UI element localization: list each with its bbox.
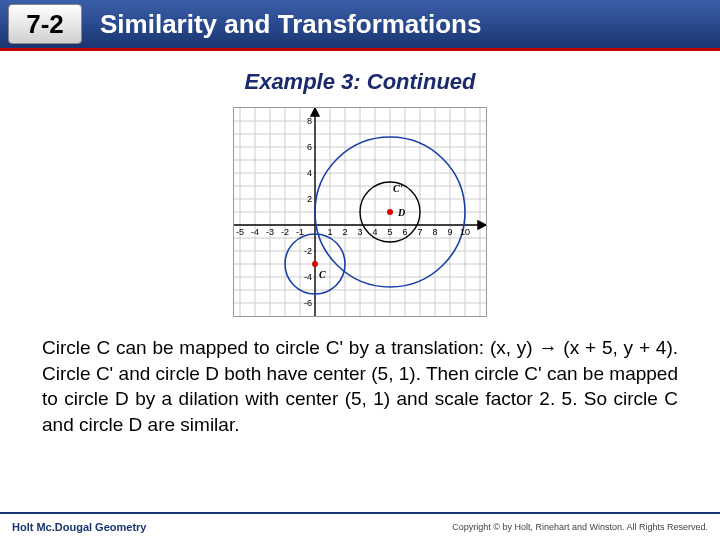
svg-text:9: 9 — [447, 227, 452, 237]
header-title: Similarity and Transformations — [100, 9, 481, 40]
svg-text:C: C — [319, 269, 326, 280]
svg-text:-5: -5 — [236, 227, 244, 237]
body-text: Circle C can be mapped to circle C' by a… — [42, 335, 678, 438]
svg-text:8: 8 — [432, 227, 437, 237]
x-tick-labels: -5-4-3-2-1 12345 678910 — [236, 227, 470, 237]
svg-text:10: 10 — [460, 227, 470, 237]
footer-source: Holt Mc.Dougal Geometry — [12, 521, 146, 533]
svg-text:5: 5 — [387, 227, 392, 237]
svg-text:2: 2 — [342, 227, 347, 237]
svg-text:-6: -6 — [304, 298, 312, 308]
svg-marker-32 — [478, 221, 486, 229]
footer: Holt Mc.Dougal Geometry Copyright © by H… — [0, 512, 720, 540]
example-title: Example 3: Continued — [0, 69, 720, 95]
svg-text:7: 7 — [417, 227, 422, 237]
svg-text:-2: -2 — [304, 246, 312, 256]
svg-text:-4: -4 — [304, 272, 312, 282]
svg-marker-33 — [311, 108, 319, 116]
point-C — [312, 261, 318, 267]
coordinate-graph: -5-4-3-2-1 12345 678910 8642 -2-4-6 C' D… — [233, 107, 487, 317]
point-D — [387, 209, 393, 215]
svg-text:8: 8 — [307, 116, 312, 126]
svg-text:-3: -3 — [266, 227, 274, 237]
svg-text:D: D — [397, 207, 405, 218]
svg-text:6: 6 — [402, 227, 407, 237]
lesson-badge: 7-2 — [8, 4, 82, 44]
svg-text:-2: -2 — [281, 227, 289, 237]
svg-text:-4: -4 — [251, 227, 259, 237]
svg-text:2: 2 — [307, 194, 312, 204]
svg-text:3: 3 — [357, 227, 362, 237]
footer-copyright: Copyright © by Holt, Rinehart and Winsto… — [452, 522, 708, 532]
svg-text:C': C' — [393, 183, 403, 194]
svg-text:6: 6 — [307, 142, 312, 152]
graph-container: -5-4-3-2-1 12345 678910 8642 -2-4-6 C' D… — [0, 107, 720, 317]
header: 7-2 Similarity and Transformations — [0, 0, 720, 51]
svg-text:1: 1 — [327, 227, 332, 237]
svg-text:4: 4 — [307, 168, 312, 178]
svg-text:-1: -1 — [296, 227, 304, 237]
svg-text:4: 4 — [372, 227, 377, 237]
